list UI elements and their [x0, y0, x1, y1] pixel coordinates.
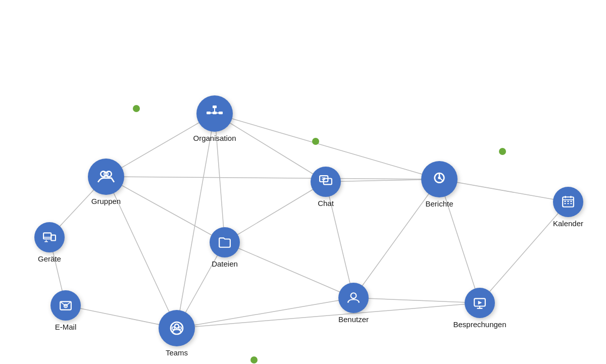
svg-rect-28: [213, 106, 217, 108]
svg-line-11: [225, 182, 326, 242]
svg-point-26: [250, 356, 258, 363]
svg-text:E-Mail: E-Mail: [55, 323, 77, 331]
svg-rect-60: [567, 201, 569, 202]
svg-point-52: [438, 177, 440, 179]
graph-svg: Organisation Gruppen Chat Berichte: [0, 43, 606, 364]
svg-rect-61: [570, 201, 572, 202]
svg-line-13: [439, 179, 480, 303]
svg-point-73: [210, 227, 240, 257]
svg-text:Chat: Chat: [318, 199, 334, 207]
svg-line-4: [177, 114, 215, 328]
svg-text:Kalender: Kalender: [553, 219, 583, 228]
svg-text:Geräte: Geräte: [38, 254, 61, 263]
svg-text:Teams: Teams: [166, 348, 188, 357]
svg-point-23: [133, 105, 140, 112]
svg-rect-62: [564, 203, 566, 204]
svg-line-18: [177, 298, 354, 328]
svg-line-14: [354, 179, 439, 298]
svg-line-6: [106, 177, 225, 242]
svg-line-12: [439, 179, 568, 202]
svg-line-19: [177, 303, 480, 328]
svg-text:Besprechungen: Besprechungen: [453, 320, 506, 329]
svg-line-16: [225, 242, 354, 298]
svg-point-25: [499, 148, 506, 155]
svg-text:Organisation: Organisation: [193, 134, 236, 142]
svg-point-37: [88, 159, 124, 195]
svg-text:Berichte: Berichte: [425, 199, 453, 208]
svg-line-22: [480, 202, 568, 303]
svg-line-1: [215, 114, 326, 182]
svg-text:Dateien: Dateien: [212, 259, 238, 268]
svg-text:Gruppen: Gruppen: [91, 197, 121, 205]
svg-point-87: [65, 305, 67, 307]
svg-rect-64: [570, 203, 572, 204]
page-title: [0, 0, 606, 9]
graph-container: Organisation Gruppen Chat Berichte: [0, 43, 606, 364]
svg-line-21: [354, 298, 480, 303]
svg-rect-63: [567, 203, 569, 204]
svg-line-0: [106, 114, 215, 177]
svg-text:Benutzer: Benutzer: [338, 315, 369, 324]
svg-point-24: [312, 138, 319, 145]
svg-line-8: [106, 177, 439, 179]
svg-rect-59: [564, 201, 566, 202]
